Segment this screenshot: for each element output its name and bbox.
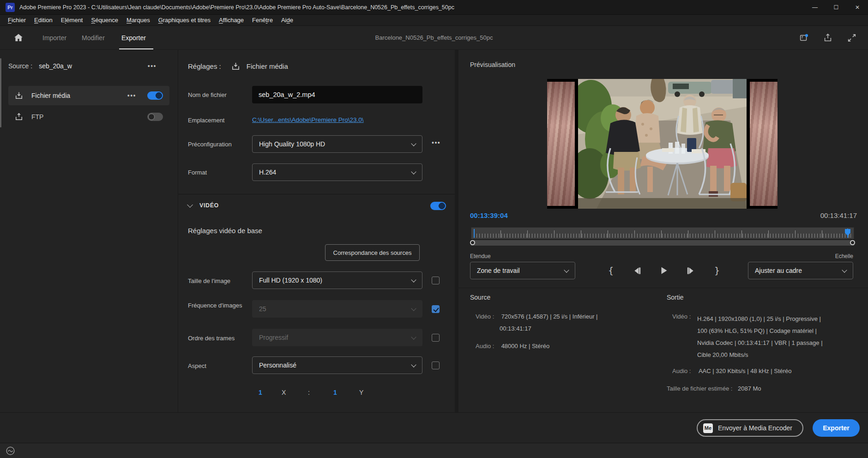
destination-ftp[interactable]: FTP [8,107,169,127]
pixel-aspect-y-unit: Y [359,389,363,396]
maximize-button[interactable]: ☐ [826,0,847,15]
pixel-aspect-x-value[interactable]: 1 [259,389,262,396]
creative-cloud-icon[interactable] [6,446,15,456]
source-more-icon[interactable]: ••• [148,64,169,68]
range-end-handle[interactable] [850,240,855,245]
location-link[interactable]: C:\User...ents\Adobe\Premiere Pro\23.0\ [252,116,364,123]
home-icon[interactable] [13,32,25,43]
range-label: Etendue [470,253,491,259]
source-info: Source Vidéo : 720x576 (1,4587) | 25 i/s… [470,294,659,301]
quick-export-icon[interactable] [798,32,810,44]
frame-size-dropdown[interactable]: Full HD (1920 x 1080) [252,271,422,289]
close-button[interactable]: ✕ [847,0,868,15]
match-source-button[interactable]: Correspondance des sources [325,244,420,261]
field-order-dropdown: Progressif [252,329,422,346]
menu-marques[interactable]: Marques [122,15,154,25]
output-video-line: 100 (63% HLG, 51% PQ) | Codage matériel … [697,325,823,337]
chevron-down-icon [411,306,416,311]
play-button[interactable] [657,264,671,277]
filename-input[interactable]: seb_20a_w_2.mp4 [252,86,422,103]
tab-exporter[interactable]: Exporter [121,26,146,49]
title-bar: Pr Adobe Premiere Pro 2023 - C:\Utilisat… [0,0,868,15]
preset-value: High Quality 1080p HD [259,140,325,148]
ruler-minor-ticks [474,234,851,238]
field-order-checkbox[interactable] [432,334,440,342]
info-divider [458,288,868,288]
media-download-icon [231,62,240,71]
filename-label: Nom de fichier [188,91,249,99]
menu-sequence[interactable]: Séquence [87,15,122,25]
range-start-handle[interactable] [470,240,475,245]
video-section-toggle[interactable] [430,202,446,210]
aspect-checkbox[interactable] [432,362,440,369]
scale-value: Ajuster au cadre [755,267,802,274]
minimize-button[interactable]: — [804,0,826,15]
frame-rate-checkbox[interactable] [432,305,440,313]
menu-graphiques[interactable]: Graphiques et titres [154,15,215,25]
menu-fenetre[interactable]: Fenêtre [248,15,277,25]
chevron-down-icon [411,362,416,367]
app-header: Barcelone_N0526_Pb_effets_corriges_50pc … [0,26,868,50]
tab-importer[interactable]: Importer [42,26,66,49]
frame-rate-value: 25 [259,305,266,313]
menu-edition[interactable]: Edition [30,15,57,25]
preset-label: Préconfiguration [188,140,249,148]
timecode-current[interactable]: 00:13:39:04 [470,211,508,219]
field-order-label: Ordre des trames [188,334,249,342]
field-order-value: Progressif [259,334,288,341]
preset-dropdown[interactable]: High Quality 1080p HD [252,135,422,153]
range-dropdown[interactable]: Zone de travail [470,262,575,279]
chevron-down-icon [411,277,416,282]
menu-element[interactable]: Elément [57,15,87,25]
video-section-header[interactable]: VIDÉO [188,202,219,209]
section-divider [178,194,455,194]
media-file-more-icon[interactable]: ••• [127,93,136,98]
frame-size-value: Full HD (1920 x 1080) [259,277,322,284]
status-bar [0,443,868,458]
fullscreen-icon[interactable] [846,32,858,44]
step-forward-button[interactable] [684,264,698,277]
chevron-down-icon [411,169,416,174]
in-point-marker [474,229,475,238]
preset-more-icon[interactable]: ••• [432,140,440,145]
pillarbox-left [547,82,575,206]
media-file-toggle[interactable] [147,91,163,100]
work-area-bar[interactable] [471,240,854,246]
mark-in-button[interactable]: { [604,264,618,277]
send-to-media-encoder-button[interactable]: Me Envoyer à Media Encoder [697,419,803,437]
pillarbox-right [750,82,778,206]
output-audio-value: AAC | 320 Kbits/s | 48 kHz | Stéréo [699,368,792,374]
tab-modifier[interactable]: Modifier [82,26,105,49]
frame-rate-dropdown: 25 [252,300,422,318]
scale-dropdown[interactable]: Ajuster au cadre [748,262,853,279]
menu-affichage[interactable]: Affichage [215,15,248,25]
chevron-down-icon [187,202,193,208]
menu-bar: Fichier Edition Elément Séquence Marques… [0,15,868,26]
export-settings-panel: Réglages : Fichier média Nom de fichier … [178,50,455,412]
mark-out-button[interactable]: } [710,264,724,277]
destination-media-file[interactable]: Fichier média ••• [8,86,169,105]
output-audio-label: Audio : [672,368,697,374]
sidebar-scrollbar[interactable] [0,58,1,127]
filesize-label: Taille de fichier estimée : [667,385,732,392]
source-audio-label: Audio : [476,343,500,350]
aspect-dropdown[interactable]: Personnalisé [252,356,422,374]
format-value: H.264 [259,169,276,176]
step-back-button[interactable] [631,264,645,277]
menu-fichier[interactable]: Fichier [4,15,30,25]
format-dropdown[interactable]: H.264 [252,163,422,181]
menu-aide[interactable]: Aide [277,15,297,25]
pixel-aspect-y-value[interactable]: 1 [333,389,337,396]
panel-gutter [455,50,458,412]
format-label: Format [188,169,249,176]
timeline-ruler[interactable] [471,227,854,239]
range-value: Zone de travail [477,267,520,274]
ftp-toggle[interactable] [147,113,163,121]
output-video-label: Vidéo : [672,313,697,361]
share-icon[interactable] [822,32,834,44]
output-video-line: Nvidia Codec | 00:13:41:17 | VBR | 1 pas… [697,337,823,349]
frame-size-checkbox[interactable] [432,277,440,284]
export-button[interactable]: Exporter [813,419,860,437]
frame-rate-label: Fréquence d'images [188,301,249,309]
video-preview-stage [547,79,778,209]
